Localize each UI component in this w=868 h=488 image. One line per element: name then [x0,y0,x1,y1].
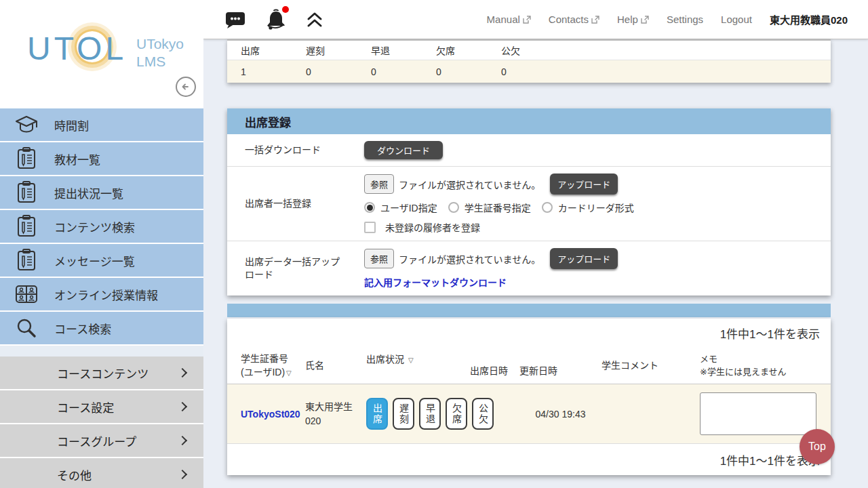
student-name-cell: 東大用学生020 [305,392,366,435]
column-student-id[interactable]: 学生証番号 (ユーザID)▽ [227,348,305,384]
settings-link[interactable]: Settings [667,14,703,25]
sidebar-item-submissions[interactable]: 提出状況一覧 [0,176,203,209]
logo-area: UTOL UTokyo LMS [0,0,203,108]
attend-time-cell [470,392,519,435]
chevron-right-icon [178,402,187,411]
logo-subtitle-line1: UTokyo [136,35,184,53]
logo-subtitle: UTokyo LMS [136,35,184,71]
column-status[interactable]: 出席状況 ▽ [366,348,470,384]
no-file-text: ファイルが選択されていません。 [399,252,540,266]
attendee-bulk-row: 出席者一括登録 参照 ファイルが選択されていません。 アップロード ユーザID指… [227,167,831,241]
radio-user-id[interactable] [364,202,375,213]
logout-link[interactable]: Logout [721,14,752,25]
contacts-link[interactable]: Contacts [549,14,599,25]
summary-value-excused: 0 [488,66,553,77]
collapse-up-icon[interactable] [307,11,323,28]
data-bulk-upload-row: 出席データ一括アップロード 参照 ファイルが選択されていません。 アップロード … [227,241,831,296]
sidebar-item-online-class-info[interactable]: オンライン授業情報 [0,278,203,310]
status-button-early-leave[interactable]: 早退 [419,398,441,430]
manual-link[interactable]: Manual [487,14,531,25]
scroll-to-top-button[interactable]: Top [800,429,835,464]
panel-title: 出席登録 [227,108,831,134]
summary-header-late: 遅刻 [292,43,357,57]
summary-value-attend: 1 [227,66,292,77]
student-name: 東大用学生020 [305,400,366,428]
sidebar-item-messages[interactable]: メッセージ一覧 [0,244,203,277]
status-button-late[interactable]: 遅刻 [393,398,414,430]
no-file-text: ファイルが選択されていません。 [399,178,540,191]
topbar-links: Manual Contacts Help Settings Logout 東大用… [487,12,868,26]
status-button-attend[interactable]: 出席 [366,398,388,430]
radio-student-number[interactable] [448,202,459,213]
sidebar-item-label: オンライン授業情報 [54,286,158,303]
sidebar-collapse-button[interactable] [176,77,196,97]
chevron-right-icon [178,436,187,445]
data-bulk-upload-controls: 参照 ファイルが選択されていません。 アップロード 記入用フォーマットダウンロー… [364,248,831,289]
sidebar-item-course-contents[interactable]: コースコンテンツ [0,357,203,389]
column-update-time: 更新日時 [519,348,601,384]
course-item-label: その他 [57,466,179,483]
sidebar-item-timetable[interactable]: 時間割 [0,108,203,141]
sidebar-item-course-search[interactable]: コース検索 [0,312,203,344]
student-comment-cell [601,392,700,435]
student-attendance-table: 1件中1〜1件を表示 学生証番号 (ユーザID)▽ 氏名 出席状況 ▽ 出席日時… [227,319,831,475]
column-attend-time: 出席日時 [470,348,519,384]
status-button-absent[interactable]: 欠席 [446,398,467,430]
summary-value-late: 0 [292,66,357,77]
notification-badge [282,6,289,13]
sidebar-item-course-settings[interactable]: コース設定 [0,390,203,423]
student-id-link[interactable]: UTokyoSt020 [241,409,300,420]
column-status-label: 出席状況 ▽ [366,353,470,367]
upload-button[interactable]: アップロード [550,248,618,269]
register-unregistered-checkbox[interactable] [364,222,376,233]
chevron-right-icon [178,470,187,479]
attendee-bulk-label: 出席者一括登録 [227,174,364,234]
radio-student-number-label: 学生証番号指定 [465,201,531,214]
sidebar-item-others[interactable]: その他 [0,458,203,488]
settings-link-label: Settings [667,14,703,25]
browse-button[interactable]: 参照 [364,174,394,194]
bulk-download-controls: ダウンロード [364,141,831,159]
arrow-left-icon [180,81,191,92]
radio-card-reader[interactable] [542,202,553,213]
help-link-label: Help [617,14,638,25]
summary-header-early-leave: 早退 [357,43,422,57]
memo-textarea[interactable] [700,392,816,435]
sort-down-icon[interactable]: ▽ [286,369,292,377]
format-download-link[interactable]: 記入用フォーマットダウンロード [364,275,507,289]
sidebar-item-label: コンテンツ検索 [54,218,135,235]
sidebar-item-content-search[interactable]: コンテンツ検索 [0,210,203,243]
result-count: 1件中1〜1件を表示 [227,319,831,348]
course-item-label: コースコンテンツ [57,365,179,382]
graduation-cap-icon [14,113,39,137]
message-icon[interactable] [225,10,245,29]
radio-user-id-label: ユーザID指定 [380,201,437,214]
sidebar-divider [0,346,203,357]
search-icon [14,316,39,340]
browse-button[interactable]: 参照 [364,249,394,268]
student-id-cell: UTokyoSt020 [227,392,305,435]
logout-link-label: Logout [721,14,752,25]
sort-down-icon[interactable]: ▽ [408,357,414,364]
course-item-label: コース設定 [57,399,179,415]
attendance-summary-table: 出席 遅刻 早退 欠席 公欠 1 0 0 0 0 [227,39,831,83]
download-button[interactable]: ダウンロード [364,141,443,159]
notification-bell-icon[interactable] [264,8,288,31]
external-link-icon [523,16,531,24]
sidebar-item-course-groups[interactable]: コースグループ [0,424,203,457]
column-student-id-line2: (ユーザID)▽ [241,366,305,380]
sidebar-item-label: コース検索 [54,320,111,337]
sidebar-item-materials[interactable]: 教材一覧 [0,142,203,175]
upload-button[interactable]: アップロード [550,174,618,195]
footer-result-count: 1件中1〜1件を表示 [227,444,831,475]
attendance-register-panel: 出席登録 一括ダウンロード ダウンロード 出席者一括登録 参照 ファイルが選択さ… [227,108,831,296]
column-student-comment: 学生コメント [601,348,700,384]
column-name: 氏名 [305,348,366,384]
course-item-label: コースグループ [57,432,179,449]
help-link[interactable]: Help [617,14,649,25]
summary-value-absent: 0 [422,66,488,77]
bulk-download-label: 一括ダウンロード [227,141,364,159]
clipboard-icon [14,146,39,171]
external-link-icon [641,16,649,24]
bulk-download-row: 一括ダウンロード ダウンロード [227,134,831,167]
